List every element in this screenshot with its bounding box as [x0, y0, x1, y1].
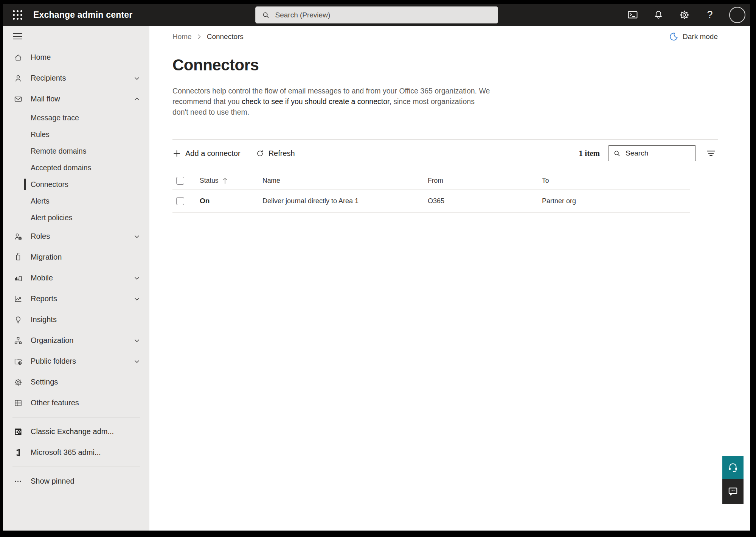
column-header-from[interactable]: From: [428, 177, 542, 185]
dark-mode-toggle[interactable]: Dark mode: [669, 32, 718, 42]
filter-button[interactable]: [704, 146, 718, 160]
sidebar-item-insights[interactable]: Insights: [3, 309, 149, 330]
moon-icon: [669, 32, 678, 42]
sidebar-item-accepted-domains[interactable]: Accepted domains: [3, 159, 149, 176]
sidebar-item-message-trace[interactable]: Message trace: [3, 109, 149, 126]
sort-up-icon: [222, 177, 228, 184]
column-header-to[interactable]: To: [542, 177, 690, 185]
sidebar-item-alerts[interactable]: Alerts: [3, 193, 149, 209]
app-launcher-button[interactable]: [9, 6, 26, 23]
sidebar-item-label: Microsoft 365 admi...: [31, 448, 101, 457]
mail-icon: [14, 95, 23, 104]
row-checkbox[interactable]: [176, 197, 184, 205]
sidebar-item-other-features[interactable]: Other features: [3, 392, 149, 413]
refresh-label: Refresh: [269, 149, 295, 158]
sidebar-item-home[interactable]: Home: [3, 47, 149, 68]
sidebar-item-label: Settings: [31, 378, 58, 386]
sidebar-item-public-folders[interactable]: Public folders: [3, 351, 149, 372]
feedback-chat-button[interactable]: [722, 479, 744, 504]
sidebar-item-reports[interactable]: Reports: [3, 288, 149, 309]
sidebar-item-recipients[interactable]: Recipients: [3, 68, 149, 89]
person-badge-icon: [14, 232, 23, 241]
sidebar-item-connectors[interactable]: Connectors: [3, 176, 149, 193]
status-header-label: Status: [200, 177, 219, 185]
sidebar-item-label: Mail flow: [31, 95, 60, 103]
nav-collapse-row: [3, 26, 149, 47]
folder-globe-icon: [14, 357, 23, 366]
help-support-button[interactable]: [722, 456, 744, 479]
sidebar-item-label: Public folders: [31, 357, 76, 366]
sidebar-item-alert-policies[interactable]: Alert policies: [3, 209, 149, 226]
row-to: Partner org: [542, 197, 690, 205]
chevron-down-icon: [134, 275, 140, 282]
sidebar-item-organization[interactable]: Organization: [3, 330, 149, 351]
topbar-actions: ?: [626, 7, 750, 23]
sidebar-item-remote-domains[interactable]: Remote domains: [3, 143, 149, 159]
sidebar-item-roles[interactable]: Roles: [3, 226, 149, 247]
org-chart-icon: [14, 336, 23, 345]
sidebar-item-classic-exchange[interactable]: Classic Exchange adm...: [3, 421, 149, 442]
sidebar-item-label: Remote domains: [31, 147, 86, 156]
breadcrumb-current: Connectors: [207, 33, 244, 41]
chevron-down-icon: [134, 75, 140, 82]
sidebar-item-label: Show pinned: [31, 477, 75, 486]
global-search-input[interactable]: [275, 11, 492, 19]
hamburger-icon: [13, 33, 22, 39]
sidebar-item-settings[interactable]: Settings: [3, 372, 149, 392]
sidebar-item-label: Classic Exchange adm...: [31, 427, 114, 436]
hamburger-button[interactable]: [13, 31, 22, 41]
cloud-shell-button[interactable]: [626, 8, 639, 21]
sidebar-item-mail-flow[interactable]: Mail flow: [3, 89, 149, 109]
add-connector-label: Add a connector: [185, 149, 241, 158]
sidebar-item-label: Recipients: [31, 74, 66, 82]
select-all-checkbox[interactable]: [176, 177, 184, 185]
list-search-input[interactable]: [626, 149, 691, 157]
sidebar-item-label: Message trace: [31, 114, 79, 122]
refresh-icon: [256, 149, 264, 158]
table-row[interactable]: On Deliver journal directly to Area 1 O3…: [172, 190, 690, 213]
sidebar-item-label: Home: [31, 53, 51, 62]
sidebar-item-label: Reports: [31, 294, 57, 303]
sidebar-item-label: Alerts: [31, 197, 50, 205]
refresh-button[interactable]: Refresh: [256, 149, 295, 158]
top-app-bar: Exchange admin center: [3, 4, 750, 26]
document-arrow-icon: [14, 253, 23, 262]
sidebar-item-label: Alert policies: [31, 213, 73, 222]
filter-icon: [706, 148, 716, 159]
column-header-name[interactable]: Name: [262, 177, 428, 185]
breadcrumb-home-link[interactable]: Home: [172, 33, 192, 41]
sidebar-item-rules[interactable]: Rules: [3, 126, 149, 143]
gear-icon: [679, 9, 690, 20]
table-icon: [14, 398, 23, 408]
help-icon: ?: [707, 9, 713, 21]
sidebar-item-migration[interactable]: Migration: [3, 247, 149, 268]
description-link[interactable]: check to see if you should create a conn…: [242, 97, 389, 106]
app-title: Exchange admin center: [33, 10, 132, 20]
sidebar-item-show-pinned[interactable]: Show pinned: [3, 471, 149, 492]
notifications-button[interactable]: [652, 8, 665, 21]
app-window: Exchange admin center: [3, 4, 750, 531]
account-avatar[interactable]: [729, 7, 745, 23]
search-icon: [613, 149, 621, 157]
toolbar-right: 1 item: [579, 145, 718, 161]
settings-button[interactable]: [678, 8, 691, 21]
row-name[interactable]: Deliver journal directly to Area 1: [262, 197, 428, 205]
column-header-status[interactable]: Status: [200, 177, 262, 185]
breadcrumb: Home Connectors: [172, 33, 244, 41]
gear-icon: [14, 378, 23, 387]
sidebar-item-mobile[interactable]: Mobile: [3, 268, 149, 288]
dark-mode-label: Dark mode: [683, 33, 718, 41]
list-search-box[interactable]: [608, 145, 696, 161]
add-connector-button[interactable]: Add a connector: [172, 149, 241, 158]
left-nav: Home Recipients Mail flow: [3, 26, 149, 531]
chevron-right-icon: [197, 34, 202, 40]
help-button[interactable]: ?: [703, 8, 716, 21]
global-search-box[interactable]: [255, 6, 498, 23]
sidebar-item-microsoft-365-admin[interactable]: Microsoft 365 admi...: [3, 442, 149, 463]
chevron-down-icon: [134, 358, 140, 365]
page-description: Connectors help control the flow of emai…: [172, 86, 490, 117]
sidebar-divider: [12, 467, 140, 467]
chat-icon: [727, 486, 739, 497]
support-buttons: [722, 456, 744, 504]
item-count: 1 item: [579, 149, 600, 158]
